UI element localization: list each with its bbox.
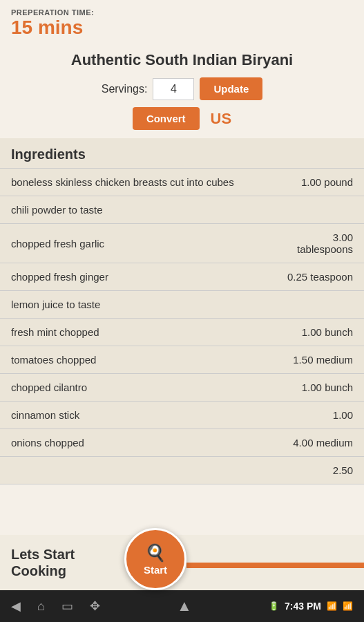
- ingredient-name: lemon juice to taste: [11, 299, 270, 310]
- update-button[interactable]: Update: [200, 77, 262, 100]
- ingredient-name: fresh mint chopped: [11, 326, 270, 338]
- start-button-wrap: 🍳 Start: [124, 528, 186, 590]
- ingredient-name: chopped fresh ginger: [11, 271, 270, 283]
- prep-time-value: 15 mins: [11, 17, 353, 39]
- convert-button[interactable]: Convert: [133, 107, 200, 130]
- start-label: Start: [144, 564, 167, 576]
- nav-bar: ◀ ⌂ ▭ ✥ ▲ 🔋 7:43 PM 📶 📶: [0, 590, 364, 622]
- ingredient-amount: 1.00 bunch: [270, 326, 353, 338]
- ingredient-amount: 1.50 medium: [270, 354, 353, 366]
- ingredient-row: tomatoes chopped 1.50 medium: [0, 346, 364, 374]
- ingredient-row: chopped cilantro 1.00 bunch: [0, 374, 364, 402]
- ingredient-row: fresh mint chopped 1.00 bunch: [0, 319, 364, 346]
- ingredient-amount: 1.00 pound: [270, 176, 353, 188]
- prep-label: PREPERATION TIME:: [11, 8, 353, 17]
- status-time: 7:43 PM: [285, 601, 321, 612]
- prep-section: PREPERATION TIME: 15 mins: [0, 0, 364, 41]
- ingredient-amount: 1.00 bunch: [270, 381, 353, 393]
- ingredient-name: tomatoes chopped: [11, 354, 270, 366]
- servings-row: Servings: Update: [0, 77, 364, 100]
- wifi-icon: 📶: [327, 601, 337, 611]
- ingredient-name: cinnamon stick: [11, 409, 270, 421]
- recipe-title: Authentic South Indian Biryani: [0, 41, 364, 77]
- ingredient-name: boneless skinless chicken breasts cut in…: [11, 176, 270, 188]
- servings-input[interactable]: [153, 78, 194, 100]
- ingredient-amount: 3.00tablespoons: [270, 232, 353, 255]
- ingredient-name: chili powder to taste: [11, 204, 270, 216]
- convert-row: Convert US: [0, 107, 364, 130]
- ingredients-section: Ingredients boneless skinless chicken br…: [0, 138, 364, 484]
- ingredients-header: Ingredients: [0, 138, 364, 169]
- ingredient-row: chopped fresh ginger 0.25 teaspoon: [0, 263, 364, 291]
- servings-label: Servings:: [102, 83, 148, 95]
- signal-icon: 📶: [343, 601, 353, 611]
- ingredient-row: 2.50: [0, 457, 364, 484]
- screenshot-icon[interactable]: ✥: [90, 599, 100, 614]
- ingredient-name: onions chopped: [11, 437, 270, 449]
- ingredient-row: onions chopped 4.00 medium: [0, 429, 364, 457]
- home-icon[interactable]: ⌂: [37, 599, 45, 614]
- chef-hat-icon: 🍳: [145, 543, 166, 563]
- ingredient-row: lemon juice to taste: [0, 291, 364, 319]
- nav-center-icon[interactable]: ▲: [177, 597, 192, 615]
- ingredient-row: cinnamon stick 1.00: [0, 402, 364, 429]
- ingredient-name: chopped fresh garlic: [11, 238, 270, 249]
- unit-label: US: [211, 110, 232, 128]
- ingredient-row: chili powder to taste: [0, 196, 364, 224]
- ingredient-name: chopped cilantro: [11, 381, 270, 393]
- ingredient-row: boneless skinless chicken breasts cut in…: [0, 169, 364, 196]
- ingredient-row: chopped fresh garlic 3.00tablespoons: [0, 224, 364, 263]
- ingredient-amount: 2.50: [270, 464, 353, 476]
- back-icon[interactable]: ◀: [11, 599, 21, 614]
- start-button[interactable]: 🍳 Start: [124, 528, 186, 590]
- ingredient-amount: 4.00 medium: [270, 437, 353, 449]
- battery-icon: 🔋: [269, 601, 279, 611]
- start-line-decoration: [186, 563, 364, 568]
- nav-icons-left: ◀ ⌂ ▭ ✥: [11, 599, 100, 614]
- lets-start-text: Lets StartCooking: [11, 546, 75, 579]
- ingredient-amount: 0.25 teaspoon: [270, 271, 353, 283]
- ingredient-amount: 1.00: [270, 409, 353, 421]
- recents-icon[interactable]: ▭: [61, 599, 73, 614]
- status-bar: 🔋 7:43 PM 📶 📶: [269, 601, 353, 612]
